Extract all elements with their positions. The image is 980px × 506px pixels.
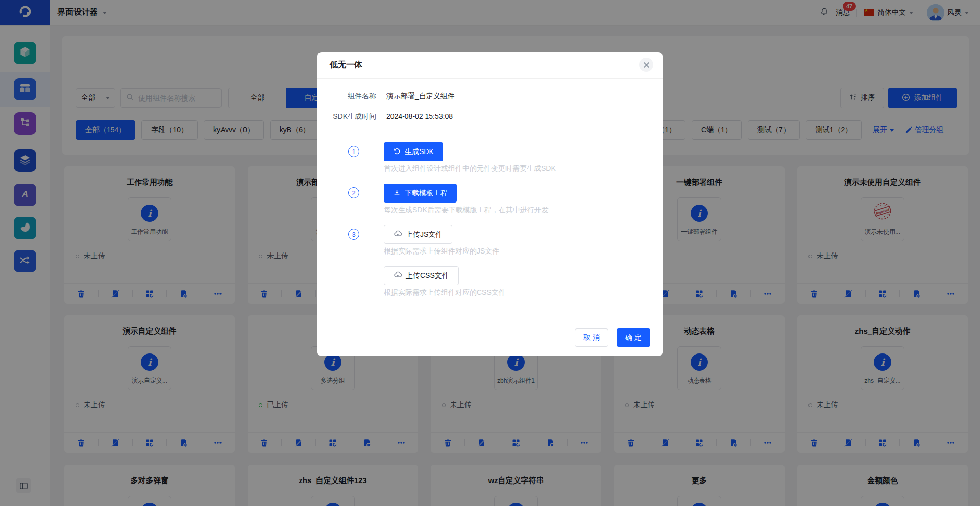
- step-number: 2: [348, 187, 359, 198]
- step-connector: [354, 160, 354, 181]
- field-component-name: 组件名称 演示部署_自定义组件: [317, 91, 663, 101]
- step-description: 首次进入组件设计或组件中的元件变更时需要生成SDK: [384, 164, 556, 173]
- cloud-icon: [394, 271, 402, 281]
- low-code-integration-modal: 低无一体 组件名称 演示部署_自定义组件 SDK生成时间 2024-08-02 …: [317, 52, 663, 356]
- step-number: 3: [348, 229, 359, 240]
- divider: [330, 132, 650, 132]
- modal-header: 低无一体: [317, 52, 663, 79]
- modal-footer: 取 消 确 定: [317, 319, 663, 356]
- field-label: 组件名称: [317, 91, 376, 101]
- upload-button[interactable]: 上传JS文件: [384, 225, 452, 244]
- field-value: 演示部署_自定义组件: [386, 91, 455, 101]
- step-description: 每次生成SDK后需要下载模版工程，在其中进行开发: [384, 206, 549, 215]
- modal-step: 2下载模板工程每次生成SDK后需要下载模版工程，在其中进行开发: [348, 184, 650, 225]
- field-sdk-time: SDK生成时间 2024-08-02 15:53:08: [317, 111, 663, 121]
- step-action-button[interactable]: 生成SDK: [384, 142, 443, 161]
- cloud-icon: [394, 230, 402, 239]
- regen-icon: [393, 147, 401, 157]
- step-rail: 3: [348, 225, 359, 308]
- modal-info-fields: 组件名称 演示部署_自定义组件 SDK生成时间 2024-08-02 15:53…: [317, 79, 663, 121]
- download-icon: [393, 189, 401, 198]
- step-description: 根据实际需求上传组件对应的CSS文件: [384, 288, 506, 297]
- field-value: 2024-08-02 15:53:08: [386, 111, 453, 121]
- app-window: 界面设计器 消息 47 ★ 简体中文 风灵: [0, 0, 980, 506]
- step-rail: 1: [348, 142, 359, 184]
- modal-step: 3上传JS文件根据实际需求上传组件对应的JS文件上传CSS文件根据实际需求上传组…: [348, 225, 650, 308]
- step-number: 1: [348, 146, 359, 157]
- step-action-button[interactable]: 下载模板工程: [384, 184, 457, 203]
- modal-steps: 1生成SDK首次进入组件设计或组件中的元件变更时需要生成SDK2下载模板工程每次…: [348, 142, 650, 308]
- upload-button[interactable]: 上传CSS文件: [384, 266, 459, 285]
- step-description: 根据实际需求上传组件对应的JS文件: [384, 247, 506, 256]
- field-label: SDK生成时间: [317, 111, 376, 121]
- confirm-button[interactable]: 确 定: [617, 328, 650, 347]
- step-rail: 2: [348, 184, 359, 225]
- close-icon[interactable]: [639, 58, 653, 72]
- modal-title: 低无一体: [330, 60, 362, 69]
- step-connector: [354, 201, 354, 222]
- cancel-button[interactable]: 取 消: [575, 328, 608, 347]
- modal-step: 1生成SDK首次进入组件设计或组件中的元件变更时需要生成SDK: [348, 142, 650, 184]
